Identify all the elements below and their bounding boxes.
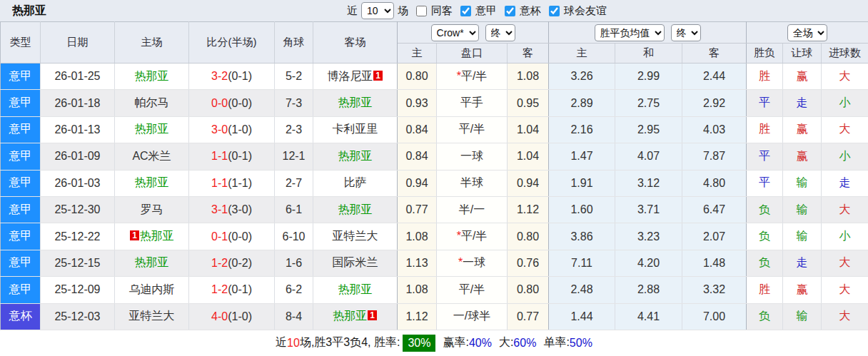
date-cell: 26-01-03 <box>41 170 115 196</box>
filter-controls: 近 10 场 同客 意甲 意杯 球会友谊 <box>347 2 607 19</box>
result-handicap-cell: 输 <box>783 196 822 223</box>
type-cell: 意甲 <box>1 250 41 276</box>
result-handicap-cell: 赢 <box>783 116 822 143</box>
avg-draw-cell: 4.41 <box>615 303 682 330</box>
serie-a-checkbox[interactable] <box>460 6 471 16</box>
away-team-name: 热那亚 <box>338 150 373 162</box>
result-goals-cell: 大 <box>822 303 868 330</box>
red-card-badge: 1 <box>130 230 139 240</box>
corner-cell: 2-7 <box>275 170 313 196</box>
avg-away-cell: 4.80 <box>682 170 747 196</box>
odds-home-cell: 1.08 <box>398 277 437 303</box>
type-cell: 意甲 <box>1 170 41 196</box>
result-group-header: 全场 <box>747 22 868 44</box>
handicap-text: 一球 <box>463 256 485 268</box>
odds-home-cell: 0.84 <box>398 143 437 170</box>
score-cell: 1-2(0-2) <box>189 250 275 276</box>
home-team-name: 帕尔马 <box>135 96 169 108</box>
avg-away-cell: 7.87 <box>682 143 747 170</box>
handicap-text: 平/半 <box>461 70 487 82</box>
avg-away-cell: 6.47 <box>682 196 747 223</box>
half-time-score: (1-1) <box>228 177 252 189</box>
bookmaker-select[interactable]: Crow* <box>431 24 479 41</box>
recent-count-select[interactable]: 10 <box>361 2 394 19</box>
result-handicap-cell: 输 <box>783 303 822 330</box>
type-cell: 意甲 <box>1 277 41 303</box>
away-team-cell: 博洛尼亚1 <box>313 63 398 90</box>
sub-header-avg-home: 主 <box>549 44 615 63</box>
type-cell: 意甲 <box>1 143 41 170</box>
away-team-cell: 比萨 <box>313 170 398 196</box>
corner-cell: 2-3 <box>275 116 313 143</box>
avg-home-cell: 1.44 <box>549 303 615 330</box>
avg-group-header: 胜平负均值 终 <box>549 22 747 44</box>
away-team-name: 热那亚 <box>338 283 373 295</box>
avg-away-cell: 7.00 <box>682 303 747 330</box>
score-cell: 3-0(1-0) <box>189 116 275 143</box>
half-time-score: (0-1) <box>228 283 252 295</box>
result-goals-cell: 大 <box>822 196 868 223</box>
top-toolbar: 热那亚 近 10 场 同客 意甲 意杯 球会友谊 <box>0 0 868 21</box>
full-time-score: 3-1 <box>211 203 228 215</box>
col-header-type: 类型 <box>1 22 41 63</box>
single-rate-value: 50% <box>570 337 592 350</box>
match-row: 意甲 26-01-03 热那亚 1-1(1-1) 2-7 比萨 0.94 半球 … <box>1 170 868 196</box>
handicap-cell: 一球 <box>437 143 508 170</box>
same-venue-checkbox[interactable] <box>416 6 427 16</box>
result-goals-cell: 大 <box>822 116 868 143</box>
avg-draw-cell: 3.23 <box>615 223 682 250</box>
half-time-score: (3-0) <box>228 203 252 215</box>
score-cell: 1-1(1-1) <box>189 170 275 196</box>
half-time-score: (0-1) <box>228 150 252 162</box>
handicap-cell: 平/半 <box>437 116 508 143</box>
avg-draw-cell: 2.88 <box>615 277 682 303</box>
odds-away-cell: 0.94 <box>508 170 549 196</box>
avg-type-select[interactable]: 胜平负均值 <box>595 24 665 41</box>
win-rate-badge: 30% <box>403 335 435 352</box>
col-header-home: 主场 <box>115 22 189 63</box>
over-rate-value: 60% <box>513 337 536 350</box>
half-time-score: (1-0) <box>228 310 252 322</box>
matches-unit-label: 场 <box>398 4 408 18</box>
corner-cell: 5-2 <box>275 63 313 90</box>
corner-cell: 7-3 <box>275 90 313 116</box>
avg-stage-select[interactable]: 终 <box>671 24 701 41</box>
home-team-name: 乌迪内斯 <box>129 283 175 295</box>
red-card-badge: 1 <box>373 71 383 81</box>
coppa-italia-label: 意杯 <box>520 4 541 18</box>
home-team-cell: 热那亚 <box>115 63 189 90</box>
result-handicap-cell: 走 <box>783 90 822 116</box>
home-team-name: 热那亚 <box>135 123 169 135</box>
coppa-italia-checkbox[interactable] <box>505 6 515 16</box>
same-venue-label: 同客 <box>431 4 453 18</box>
club-friendly-checkbox[interactable] <box>549 6 560 16</box>
match-row: 意甲 26-01-09 AC米兰 1-1(0-1) 12-1 热那亚 0.84 … <box>1 143 868 170</box>
avg-away-cell: 2.44 <box>682 63 747 90</box>
away-team-name: 国际米兰 <box>333 256 378 268</box>
result-wdl-cell: 负 <box>747 223 783 250</box>
result-handicap-cell: 赢 <box>783 277 822 303</box>
result-goals-cell: 大 <box>822 250 868 276</box>
handicap-text: 一/球半 <box>453 310 490 322</box>
handicap-rate-value: 40% <box>469 337 492 350</box>
sub-header-avg-draw: 和 <box>615 44 682 63</box>
avg-away-cell: 1.48 <box>682 250 747 276</box>
corner-cell: 6-2 <box>275 277 313 303</box>
avg-draw-cell: 3.71 <box>615 196 682 223</box>
avg-home-cell: 2.48 <box>549 277 615 303</box>
result-wdl-cell: 胜 <box>747 63 783 90</box>
score-cell: 0-0(0-0) <box>189 90 275 116</box>
full-time-score: 1-2 <box>211 257 228 269</box>
odds-stage-select[interactable]: 终 <box>485 24 515 41</box>
away-team-name: 卡利亚里 <box>333 123 378 135</box>
full-time-score: 3-0 <box>211 123 228 136</box>
corner-cell: 6-1 <box>275 196 313 223</box>
avg-draw-cell: 4.07 <box>615 143 682 170</box>
match-row: 意甲 25-12-15 热那亚 1-2(0-2) 1-6 国际米兰 1.13 *… <box>1 250 868 276</box>
corner-cell: 12-1 <box>275 143 313 170</box>
home-team-cell: 热那亚 <box>115 170 189 196</box>
avg-home-cell: 7.11 <box>549 250 615 276</box>
date-cell: 25-12-15 <box>41 250 115 276</box>
match-row: 意甲 25-12-09 乌迪内斯 1-2(0-1) 6-2 热那亚 1.08 平… <box>1 277 868 303</box>
full-match-select[interactable]: 全场 <box>787 24 827 41</box>
